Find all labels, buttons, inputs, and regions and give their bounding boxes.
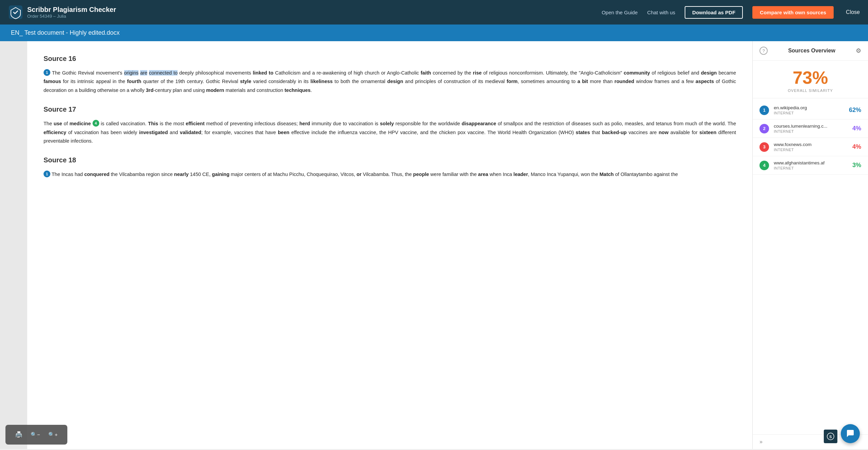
right-sidebar: ? Sources Overview ⚙ 73% OVERALL SIMILAR… bbox=[752, 41, 868, 449]
source-url-3: www.foxnews.com bbox=[774, 142, 852, 147]
source-info-1: en.wikipedia.org INTERNET bbox=[774, 105, 849, 115]
source-pct-1: 62% bbox=[849, 107, 861, 114]
source-info-4: www.afghanistantimes.af INTERNET bbox=[774, 160, 852, 170]
chat-fab-button[interactable] bbox=[841, 424, 860, 443]
main-layout: Source 16 1 The Gothic Revival movement'… bbox=[0, 41, 868, 449]
source-info-2: courses.lumenlearning.c... INTERNET bbox=[774, 124, 852, 133]
source-pct-4: 3% bbox=[852, 162, 861, 169]
chat-link[interactable]: Chat with us bbox=[647, 10, 675, 15]
source-badge-2: 2 bbox=[760, 124, 769, 133]
settings-icon[interactable]: ⚙ bbox=[856, 47, 861, 54]
close-button[interactable]: Close bbox=[846, 9, 860, 15]
source-18-para: 1 The Incas had conquered the Vilcabamba… bbox=[44, 170, 736, 179]
download-pdf-button[interactable]: Download as PDF bbox=[685, 6, 743, 19]
sources-overview-title: Sources Overview bbox=[788, 48, 835, 54]
source-17-para: The use of medicine 4 is called vaccinat… bbox=[44, 119, 736, 145]
source-type-3: INTERNET bbox=[774, 148, 852, 152]
source-url-4: www.afghanistantimes.af bbox=[774, 160, 852, 165]
source-badge-4: 4 bbox=[760, 161, 769, 170]
logo-icon bbox=[8, 5, 23, 20]
forward-arrow-icon: » bbox=[760, 439, 763, 445]
bottom-toolbar: 🖨️ 🔍− 🔍+ bbox=[5, 425, 67, 445]
document-title: EN_ Test document - Highly edited.docx bbox=[11, 29, 120, 36]
source-row-4[interactable]: 4 www.afghanistantimes.af INTERNET 3% bbox=[753, 156, 868, 175]
source-type-1: INTERNET bbox=[774, 111, 849, 115]
source-17-heading: Source 17 bbox=[44, 106, 736, 113]
sidebar-left-icons: ? bbox=[760, 47, 768, 55]
source-url-1: en.wikipedia.org bbox=[774, 105, 849, 110]
source-badge-1: 1 bbox=[760, 106, 769, 115]
left-spacer bbox=[0, 41, 27, 449]
logo-text-block: Scribbr Plagiarism Checker Order 54349 –… bbox=[27, 6, 116, 19]
badge-s16: 1 bbox=[44, 69, 50, 76]
header: Scribbr Plagiarism Checker Order 54349 –… bbox=[0, 0, 868, 25]
svg-text:S: S bbox=[829, 435, 832, 439]
document-area: Source 16 1 The Gothic Revival movement'… bbox=[27, 41, 752, 449]
app-title: Scribbr Plagiarism Checker bbox=[27, 6, 116, 14]
similarity-block: 73% OVERALL SIMILARITY bbox=[753, 61, 868, 98]
sidebar-header: ? Sources Overview ⚙ bbox=[753, 41, 868, 61]
source-16-para: 1 The Gothic Revival movement's origins … bbox=[44, 69, 736, 95]
similarity-percentage: 73% bbox=[753, 69, 868, 86]
source-badge-3: 3 bbox=[760, 142, 769, 152]
badge-s17: 4 bbox=[93, 120, 99, 127]
source-18-heading: Source 18 bbox=[44, 156, 736, 164]
document-title-bar: EN_ Test document - Highly edited.docx bbox=[0, 25, 868, 41]
source-row-1[interactable]: 1 en.wikipedia.org INTERNET 62% bbox=[753, 101, 868, 119]
source-type-4: INTERNET bbox=[774, 166, 852, 170]
zoom-in-button[interactable]: 🔍+ bbox=[44, 429, 62, 440]
header-nav: Open the Guide Chat with us Download as … bbox=[602, 6, 860, 19]
open-guide-link[interactable]: Open the Guide bbox=[602, 10, 638, 15]
order-subtitle: Order 54349 – Julia bbox=[27, 14, 116, 19]
source-row-3[interactable]: 3 www.foxnews.com INTERNET 4% bbox=[753, 138, 868, 156]
badge-s18: 1 bbox=[44, 171, 50, 177]
scribbr-watermark[interactable]: S bbox=[824, 430, 837, 443]
logo-area: Scribbr Plagiarism Checker Order 54349 –… bbox=[8, 5, 116, 20]
source-16-heading: Source 16 bbox=[44, 55, 736, 63]
source-row-2[interactable]: 2 courses.lumenlearning.c... INTERNET 4% bbox=[753, 119, 868, 138]
source-url-2: courses.lumenlearning.c... bbox=[774, 124, 852, 129]
print-button[interactable]: 🖨️ bbox=[11, 429, 27, 440]
source-type-2: INTERNET bbox=[774, 129, 852, 133]
source-pct-3: 4% bbox=[852, 143, 861, 150]
help-icon[interactable]: ? bbox=[760, 47, 768, 55]
source-pct-2: 4% bbox=[852, 125, 861, 132]
source-info-3: www.foxnews.com INTERNET bbox=[774, 142, 852, 152]
similarity-label: OVERALL SIMILARITY bbox=[753, 89, 868, 93]
source-list: 1 en.wikipedia.org INTERNET 62% 2 course… bbox=[753, 98, 868, 434]
compare-sources-button[interactable]: Compare with own sources bbox=[752, 6, 834, 19]
zoom-out-button[interactable]: 🔍− bbox=[27, 429, 44, 440]
